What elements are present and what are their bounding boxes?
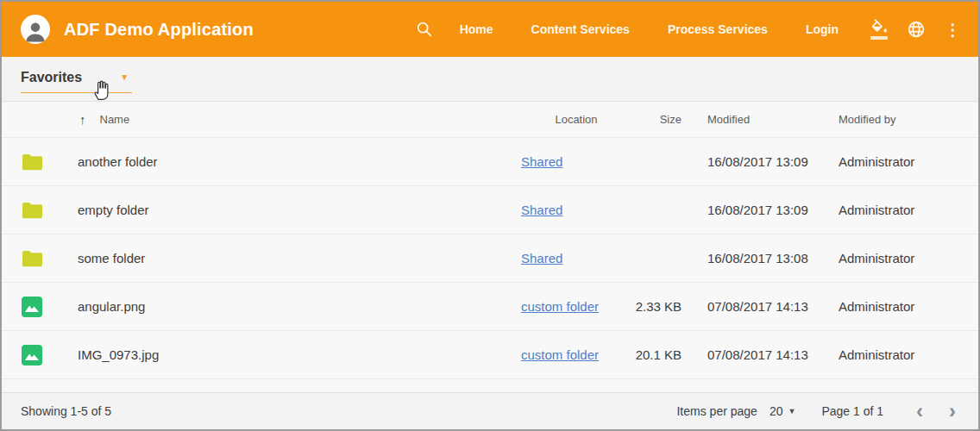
pagination-bar: Showing 1-5 of 5 Items per page 20 ▼ Pag… <box>2 392 978 429</box>
color-fill-icon <box>870 19 888 35</box>
favorites-dropdown[interactable]: Favorites ▼ <box>21 65 132 93</box>
table-row[interactable]: another folder Shared 16/08/2017 13:09 A… <box>2 138 978 186</box>
image-file-icon <box>21 296 43 318</box>
previous-page-button[interactable]: ‹ <box>913 401 927 422</box>
location-link[interactable]: Shared <box>521 154 562 169</box>
page-indicator: Page 1 of 1 <box>821 404 883 418</box>
table-body: another folder Shared 16/08/2017 13:09 A… <box>2 138 978 379</box>
language-button[interactable] <box>907 20 926 39</box>
modified-by: Administrator <box>839 251 959 265</box>
name-column-label: Name <box>100 113 130 126</box>
table-row[interactable]: empty folder Shared 16/08/2017 13:09 Adm… <box>2 186 978 234</box>
table-row[interactable]: IMG_0973.jpg custom folder 20.1 KB 07/08… <box>2 331 978 379</box>
items-per-page-value: 20 <box>770 404 783 418</box>
items-per-page-label: Items per page <box>676 404 757 418</box>
range-label: Showing 1-5 of 5 <box>21 404 111 418</box>
user-avatar[interactable] <box>21 15 50 44</box>
chevron-down-icon: ▼ <box>120 73 129 82</box>
file-name: IMG_0973.jpg <box>78 347 521 362</box>
nav-item-content-services[interactable]: Content Services <box>531 22 630 36</box>
app-header: ADF Demo Application Home Content Servic… <box>2 2 978 57</box>
person-icon <box>22 18 48 44</box>
location-link[interactable]: Shared <box>521 203 562 217</box>
main-nav: Home Content Services Process Services L… <box>460 22 870 36</box>
image-file-icon <box>21 344 43 366</box>
file-size: 2.33 KB <box>631 299 682 314</box>
table-header-row: ↑ Name Location Size Modified Modified b… <box>2 102 978 138</box>
modified-date: 16/08/2017 13:09 <box>707 154 839 169</box>
nav-item-login[interactable]: Login <box>806 22 839 36</box>
nav-item-home[interactable]: Home <box>460 22 493 36</box>
file-name: another folder <box>78 154 521 169</box>
location-column-header[interactable]: Location <box>521 113 631 126</box>
modified-column-header[interactable]: Modified <box>707 113 839 126</box>
globe-icon <box>907 20 926 39</box>
items-per-page-select[interactable]: 20 ▼ <box>770 404 796 418</box>
document-list-toolbar: Favorites ▼ <box>2 57 978 102</box>
file-name: empty folder <box>78 203 521 217</box>
file-name: some folder <box>78 251 521 265</box>
modified-date: 07/08/2017 14:13 <box>707 299 839 314</box>
document-list: ↑ Name Location Size Modified Modified b… <box>2 102 978 379</box>
next-page-button[interactable]: › <box>945 401 959 422</box>
color-underline <box>870 36 888 40</box>
size-column-header[interactable]: Size <box>631 113 682 126</box>
file-name: angular.png <box>78 299 521 314</box>
modified-date: 07/08/2017 14:13 <box>707 347 839 362</box>
location-link[interactable]: custom folder <box>521 347 599 362</box>
modified-by: Administrator <box>839 203 959 217</box>
search-icon <box>415 20 434 39</box>
folder-icon <box>21 249 44 268</box>
search-button[interactable] <box>415 20 434 39</box>
file-size: 20.1 KB <box>631 347 682 362</box>
sort-ascending-icon: ↑ <box>79 112 86 127</box>
folder-icon <box>21 153 44 172</box>
favorites-label: Favorites <box>21 70 82 85</box>
table-row[interactable]: some folder Shared 16/08/2017 13:08 Admi… <box>2 234 978 283</box>
modified-date: 16/08/2017 13:09 <box>707 203 839 217</box>
nav-item-process-services[interactable]: Process Services <box>668 22 768 36</box>
folder-icon <box>21 201 44 220</box>
modified-by: Administrator <box>839 299 959 314</box>
chevron-down-icon: ▼ <box>788 408 795 415</box>
modified-by: Administrator <box>839 347 959 362</box>
theme-color-button[interactable] <box>870 19 888 40</box>
app-title: ADF Demo Application <box>64 20 254 40</box>
table-row[interactable]: angular.png custom folder 2.33 KB 07/08/… <box>2 283 978 331</box>
modified-by-column-header[interactable]: Modified by <box>839 113 959 126</box>
location-link[interactable]: Shared <box>521 251 562 265</box>
overflow-menu-button[interactable]: ⋮ <box>945 22 961 38</box>
name-column-header[interactable]: ↑ Name <box>78 112 521 127</box>
modified-date: 16/08/2017 13:08 <box>707 251 839 265</box>
modified-by: Administrator <box>839 154 959 169</box>
location-link[interactable]: custom folder <box>521 299 599 314</box>
